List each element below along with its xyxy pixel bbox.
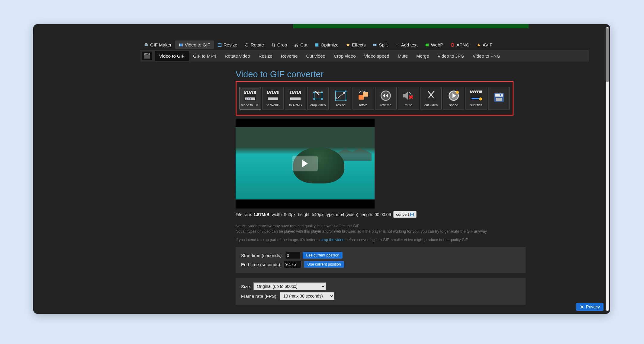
page-title: Video to GIF converter (236, 69, 526, 79)
svg-point-30 (321, 98, 323, 100)
subnav-merge[interactable]: Merge (412, 51, 433, 61)
size-select[interactable]: Original (up to 600px) (253, 282, 326, 290)
floppy-icon (493, 92, 505, 103)
svg-point-54 (581, 306, 583, 308)
end-time-label: End time (seconds): (241, 262, 281, 267)
svg-rect-25 (290, 97, 301, 100)
start-time-label: Start time (seconds): (241, 253, 283, 258)
subnav-video-speed[interactable]: Video speed (360, 51, 394, 61)
nav-cut[interactable]: Cut (291, 40, 311, 49)
gear-icon (580, 305, 584, 309)
svg-rect-3 (179, 43, 180, 46)
svg-rect-50 (495, 94, 503, 97)
svg-rect-22 (268, 97, 278, 100)
tool-to-webp[interactable]: to WebP (262, 87, 284, 110)
subnav-cut-video[interactable]: Cut video (302, 51, 330, 61)
subnav-reverse[interactable]: Reverse (277, 51, 302, 61)
svg-point-33 (345, 91, 346, 92)
svg-rect-0 (145, 44, 148, 46)
svg-point-32 (335, 91, 336, 92)
nav-label: Optimize (321, 42, 339, 47)
svg-point-28 (321, 91, 323, 93)
convert-button[interactable]: convert (393, 211, 417, 218)
subnav-rotate-video[interactable]: Rotate video (221, 51, 254, 61)
subnav-mute[interactable]: Mute (394, 51, 412, 61)
svg-point-13 (451, 43, 454, 46)
file-info: File size: 1.87MiB, width: 960px, height… (236, 211, 526, 218)
subnav-video-to-png[interactable]: Video to PNG (469, 51, 504, 61)
svg-point-27 (313, 91, 315, 93)
tool-mute[interactable]: mute (398, 87, 419, 110)
reverse-icon (380, 90, 392, 101)
content-area: GIF Maker Video to GIF Resize Rotate Cro… (33, 24, 610, 314)
tool-resize[interactable]: resize (330, 87, 351, 110)
svg-rect-14 (144, 55, 150, 59)
privacy-button[interactable]: Privacy (576, 303, 604, 311)
svg-rect-4 (182, 43, 182, 46)
svg-point-44 (456, 91, 459, 94)
tool-reverse[interactable]: reverse (375, 87, 397, 110)
tool-to-apng[interactable]: to APNG (285, 87, 306, 110)
clapper-icon (142, 52, 152, 60)
nav-label: Resize (224, 42, 237, 47)
nav-label: Rotate (251, 42, 264, 47)
nav-gif-maker[interactable]: GIF Maker (140, 40, 175, 49)
subnav-resize[interactable]: Resize (254, 51, 277, 61)
subnav-gif-to-mp4[interactable]: GIF to MP4 (189, 51, 221, 61)
tool-toolbar: 2 4 5 video to GIF to WebP to APNG crop … (236, 81, 514, 116)
top-green-bar (293, 24, 529, 28)
crop-tool-icon (312, 90, 324, 101)
nav-video-to-gif[interactable]: Video to GIF (175, 40, 214, 49)
play-button[interactable] (292, 156, 318, 171)
sub-nav: Video to GIF GIF to MP4 Rotate video Res… (140, 50, 589, 62)
tool-speed[interactable]: speed (443, 87, 464, 110)
use-current-start-button[interactable]: Use current position (303, 252, 342, 259)
fps-select[interactable]: 10 (max 30 seconds) (280, 292, 334, 300)
svg-rect-51 (496, 98, 502, 101)
nav-avif[interactable]: AVIF (473, 40, 496, 49)
effects-icon (346, 43, 350, 47)
nav-label: APNG (456, 42, 469, 47)
svg-rect-1 (145, 43, 147, 44)
nav-apng[interactable]: APNG (447, 40, 473, 49)
use-current-end-button[interactable]: Use current position (304, 261, 344, 268)
rotate-icon (245, 43, 249, 47)
tool-cut-video[interactable]: cut video (420, 87, 442, 110)
time-panel: Start time (seconds): Use current positi… (236, 247, 526, 273)
nav-add-text[interactable]: T Add text (391, 40, 421, 49)
svg-rect-5 (218, 43, 221, 46)
nav-label: Split (379, 42, 388, 47)
nav-webp[interactable]: WebP (421, 40, 447, 49)
svg-point-34 (335, 100, 336, 101)
subnav-video-to-jpg[interactable]: Video to JPG (433, 51, 469, 61)
main-content: Video to GIF converter 2 4 5 video to GI… (236, 69, 526, 314)
nav-rotate[interactable]: Rotate (241, 40, 268, 49)
tool-subtitles[interactable]: subtitles (465, 87, 487, 110)
tool-video-to-gif[interactable]: 2 4 5 video to GIF (240, 87, 261, 110)
svg-text:2 4 5: 2 4 5 (246, 97, 251, 100)
resize-icon (217, 43, 222, 47)
subnav-crop-video[interactable]: Crop video (330, 51, 360, 61)
tool-crop-video[interactable]: crop video (307, 87, 329, 110)
split-icon (373, 43, 377, 47)
nav-resize[interactable]: Resize (214, 40, 241, 49)
nav-crop[interactable]: Crop (268, 40, 291, 49)
nav-label: WebP (431, 42, 443, 47)
tool-rotate[interactable]: rotate (353, 87, 374, 110)
nav-optimize[interactable]: Optimize (311, 40, 342, 49)
subtitles-icon (470, 90, 482, 101)
crop-video-link[interactable]: crop the video (321, 238, 345, 242)
start-time-input[interactable] (285, 252, 300, 259)
subnav-video-to-gif[interactable]: Video to GIF (155, 51, 189, 61)
nav-label: Video to GIF (185, 42, 210, 47)
nav-label: AVIF (483, 42, 492, 47)
tool-save[interactable] (488, 87, 510, 110)
end-time-input[interactable] (284, 261, 302, 268)
video-player[interactable] (236, 119, 375, 209)
cut-icon (294, 43, 298, 47)
nav-effects[interactable]: Effects (342, 40, 369, 49)
download-icon (410, 213, 414, 216)
fps-label: Frame rate (FPS): (241, 294, 278, 299)
nav-split[interactable]: Split (369, 40, 391, 49)
apng-icon (450, 43, 455, 47)
